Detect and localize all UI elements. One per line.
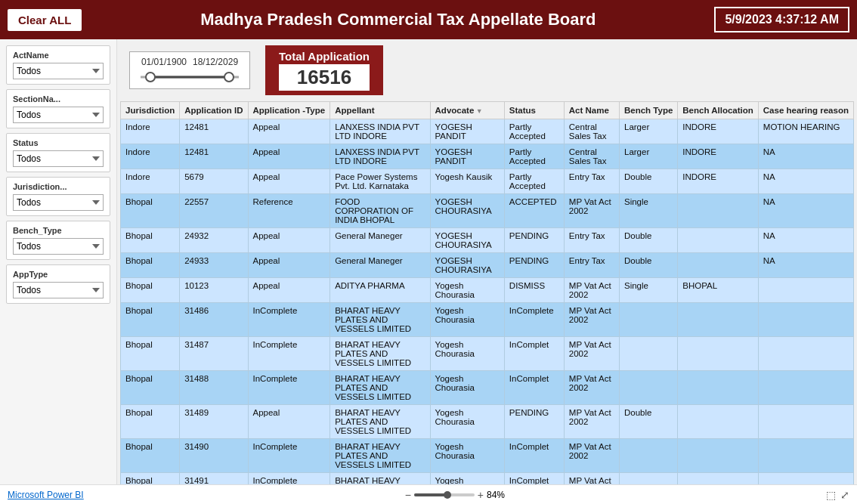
table-row: Bhopal10123AppealADITYA PHARMAYogesh Cho… <box>121 278 854 303</box>
zoom-slider-track[interactable] <box>414 493 475 496</box>
zoom-slider-fill <box>414 493 447 496</box>
cell-5-7: Double <box>619 253 677 278</box>
filter-select-apptype[interactable]: Todos <box>13 282 104 298</box>
zoom-level: 84% <box>487 490 505 500</box>
zoom-out-button[interactable]: − <box>405 489 411 501</box>
filter-group-sectionna: SectionNa...Todos <box>6 89 110 128</box>
cell-8-8 <box>678 337 759 371</box>
cell-11-5: InComplet <box>504 439 564 473</box>
col-header-8[interactable]: Bench Allocation <box>678 102 759 119</box>
cell-3-0: Bhopal <box>121 194 180 228</box>
table-row: Bhopal31489AppealBHARAT HEAVY PLATES AND… <box>121 405 854 439</box>
cell-5-1: 24933 <box>180 253 248 278</box>
filter-select-jurisdiction[interactable]: Todos <box>13 194 104 211</box>
filter-group-apptype: AppTypeTodos <box>6 264 110 304</box>
cell-3-6: MP Vat Act 2002 <box>564 194 619 228</box>
cell-3-9: NA <box>758 194 853 228</box>
cell-3-7: Single <box>619 194 677 228</box>
filter-label-jurisdiction: Jurisdiction... <box>13 182 104 191</box>
zoom-slider-thumb[interactable] <box>444 491 451 499</box>
table-row: Bhopal24933AppealGeneral ManegerYOGESH C… <box>121 253 854 278</box>
cell-11-0: Bhopal <box>121 439 180 473</box>
cell-8-5: InComplet <box>504 337 564 371</box>
cell-10-3: BHARAT HEAVY PLATES AND VESSELS LIMITED <box>330 405 430 439</box>
col-header-7[interactable]: Bench Type <box>619 102 677 119</box>
cell-3-5: ACCEPTED <box>504 194 564 228</box>
col-header-6[interactable]: Act Name <box>564 102 619 119</box>
cell-7-1: 31486 <box>180 303 248 337</box>
filter-label-apptype: AppType <box>13 270 104 279</box>
date-range-widget: 01/01/1900 18/12/2029 <box>129 51 250 89</box>
cell-4-9: NA <box>758 228 853 253</box>
date-range-dates: 01/01/1900 18/12/2029 <box>141 57 238 67</box>
cell-11-4: Yogesh Chourasia <box>430 439 504 473</box>
powerbi-link[interactable]: Microsoft Power BI <box>8 490 84 500</box>
filter-label-status: Status <box>13 138 104 147</box>
cell-9-0: Bhopal <box>121 371 180 405</box>
cell-0-4: YOGESH PANDIT <box>430 119 504 144</box>
table-row: Bhopal31490InCompleteBHARAT HEAVY PLATES… <box>121 439 854 473</box>
cell-9-8 <box>678 371 759 405</box>
clear-all-button[interactable]: Clear ALL <box>8 9 82 31</box>
cell-5-6: Entry Tax <box>564 253 619 278</box>
col-header-2[interactable]: Application -Type <box>248 102 330 119</box>
cell-12-4: Yogesh Chourasia <box>430 473 504 485</box>
cell-7-0: Bhopal <box>121 303 180 337</box>
filter-select-bench_type[interactable]: Todos <box>13 238 104 255</box>
cell-4-8 <box>678 228 759 253</box>
cell-2-9: NA <box>758 169 853 194</box>
cell-8-1: 31487 <box>180 337 248 371</box>
cell-8-3: BHARAT HEAVY PLATES AND VESSELS LIMITED <box>330 337 430 371</box>
col-header-5[interactable]: Status <box>504 102 564 119</box>
cell-6-3: ADITYA PHARMA <box>330 278 430 303</box>
cell-6-0: Bhopal <box>121 278 180 303</box>
cell-5-2: Appeal <box>248 253 330 278</box>
zoom-controls: − + 84% <box>405 489 505 501</box>
cell-2-2: Appeal <box>248 169 330 194</box>
table-row: Bhopal31488InCompleteBHARAT HEAVY PLATES… <box>121 371 854 405</box>
col-header-0[interactable]: Jurisdiction <box>121 102 180 119</box>
expand-icon[interactable]: ⤢ <box>840 489 849 501</box>
table-row: Bhopal24932AppealGeneral ManegerYOGESH C… <box>121 228 854 253</box>
cell-12-2: InComplete <box>248 473 330 485</box>
slider-thumb-right[interactable] <box>224 72 234 82</box>
date-range-slider[interactable] <box>141 70 239 84</box>
zoom-in-button[interactable]: + <box>478 489 484 501</box>
filter-select-status[interactable]: Todos <box>13 150 104 167</box>
cell-12-9 <box>758 473 853 485</box>
cell-0-5: Partly Accepted <box>504 119 564 144</box>
share-icon[interactable]: ⬚ <box>826 489 836 501</box>
cell-6-8: BHOPAL <box>678 278 759 303</box>
cell-10-1: 31489 <box>180 405 248 439</box>
col-header-3[interactable]: Appellant <box>330 102 430 119</box>
cell-12-7 <box>619 473 677 485</box>
cell-8-2: InComplete <box>248 337 330 371</box>
cell-5-4: YOGESH CHOURASIYA <box>430 253 504 278</box>
header-bar: Clear ALL Madhya Pradesh Commercial Tax … <box>0 0 857 39</box>
slider-thumb-left[interactable] <box>145 72 156 82</box>
filter-select-sectionna[interactable]: Todos <box>13 107 104 123</box>
cell-0-7: Larger <box>619 119 677 144</box>
cell-8-6: MP Vat Act 2002 <box>564 337 619 371</box>
cell-4-2: Appeal <box>248 228 330 253</box>
cell-1-7: Larger <box>619 144 677 169</box>
cell-7-2: InComplete <box>248 303 330 337</box>
filter-select-actname[interactable]: Todos <box>13 63 104 79</box>
cell-8-7 <box>619 337 677 371</box>
cell-6-1: 10123 <box>180 278 248 303</box>
cell-5-3: General Maneger <box>330 253 430 278</box>
cell-8-4: Yogesh Chourasia <box>430 337 504 371</box>
col-header-9[interactable]: Case hearing reason <box>758 102 853 119</box>
col-header-4[interactable]: Advocate <box>430 102 504 119</box>
cell-11-9 <box>758 439 853 473</box>
cell-0-3: LANXESS INDIA PVT LTD INDORE <box>330 119 430 144</box>
cell-10-2: Appeal <box>248 405 330 439</box>
data-table-wrapper[interactable]: JurisdictionApplication IDApplication -T… <box>120 101 854 484</box>
col-header-1[interactable]: Application ID <box>180 102 248 119</box>
cell-7-5: InComplete <box>504 303 564 337</box>
cell-5-5: PENDING <box>504 253 564 278</box>
table-row: Bhopal31486InCompleteBHARAT HEAVY PLATES… <box>121 303 854 337</box>
cell-10-4: Yogesh Chourasia <box>430 405 504 439</box>
table-area: 01/01/1900 18/12/2029 Total Application … <box>117 39 857 484</box>
table-row: Bhopal22557ReferenceFOOD CORPORATION OF … <box>121 194 854 228</box>
